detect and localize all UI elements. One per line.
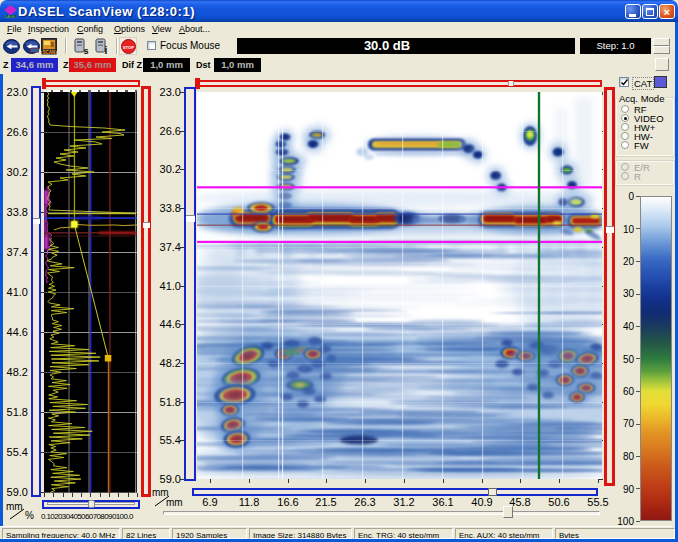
svg-text:SCAN: SCAN [43, 50, 56, 55]
svg-text:DASEL: DASEL [5, 15, 17, 18]
svg-text:i: i [105, 45, 108, 55]
svg-text:STOP: STOP [123, 45, 135, 50]
svg-text:s: s [84, 46, 89, 55]
